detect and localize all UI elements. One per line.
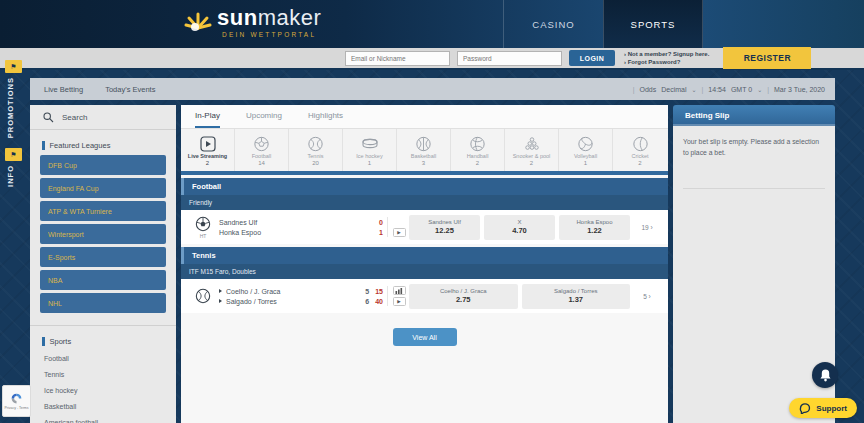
password-field[interactable] (457, 51, 562, 66)
info-flag-icon: ⚑ (5, 148, 22, 161)
league-header-friendly: Friendly (181, 195, 668, 210)
register-button[interactable]: REGISTER (723, 47, 811, 69)
filter-count: 2 (476, 160, 479, 166)
odds-draw-button[interactable]: X 4.70 (484, 215, 555, 240)
divider (30, 325, 176, 326)
sidebar-item-wintersport[interactable]: Wintersport (40, 224, 166, 244)
sidebar-item-ice-hockey[interactable]: Ice hockey (30, 387, 176, 394)
filter-cricket[interactable]: Cricket 2 (613, 129, 667, 171)
recaptcha-badge[interactable]: Privacy - Terms (2, 385, 31, 417)
scores: 0 1 (357, 219, 387, 236)
sub-nav-right: | Odds Decimal ⌄ | 14:54 GMT 0 ⌄ | Mar 3… (633, 86, 835, 93)
odds-player2-button[interactable]: Salgado / Torres 1.37 (522, 284, 631, 309)
sidebar-item-england-fa-cup[interactable]: England FA Cup (40, 178, 166, 198)
forgot-password-link[interactable]: › Forgot Password? (624, 58, 709, 66)
divider: | (767, 86, 769, 93)
sidebar-item-tennis[interactable]: Tennis (30, 371, 176, 378)
betting-slip-header[interactable]: Betting Slip (673, 105, 835, 126)
support-button[interactable]: Support (789, 398, 857, 418)
filter-label: Football (252, 153, 272, 159)
filter-volleyball[interactable]: Volleyball 1 (559, 129, 613, 171)
filter-handball[interactable]: Handball 2 (451, 129, 505, 171)
filter-basketball[interactable]: Basketball 3 (397, 129, 451, 171)
teams: Coelho / J. Graca Salgado / Torres (219, 288, 357, 305)
signup-link[interactable]: › Not a member? Signup here. (624, 50, 709, 58)
filter-football[interactable]: Football 14 (235, 129, 289, 171)
tennis-match-row[interactable]: Coelho / J. Graca Salgado / Torres 515 6… (181, 279, 668, 313)
p2-game-score: 40 (375, 298, 383, 305)
todays-events-link[interactable]: Today's Events (105, 85, 155, 94)
ice-hockey-icon (361, 136, 379, 152)
chevron-down-icon[interactable]: ⌄ (757, 86, 762, 93)
betting-slip-panel: Betting Slip Your bet slip is empty. Ple… (673, 105, 835, 423)
stats-icon[interactable] (393, 286, 406, 295)
live-stream-play-icon[interactable]: ▶ (393, 297, 406, 306)
p2-set-score: 6 (365, 298, 369, 305)
divider: | (633, 86, 635, 93)
filter-count: 2 (530, 160, 533, 166)
live-stream-play-icon[interactable]: ▶ (393, 228, 406, 237)
promotions-edge-tab[interactable]: ⚑ PROMOTIONS (0, 60, 24, 138)
odds-value: 12.25 (435, 226, 454, 235)
odds-value: 4.70 (512, 226, 527, 235)
section-header-football: Football (181, 178, 668, 195)
odds-label: Honka Espoo (576, 219, 612, 225)
sidebar-item-dfb-cup[interactable]: DFB Cup (40, 155, 166, 175)
sidebar-item-nhl[interactable]: NHL (40, 293, 166, 313)
main-content: In-Play Upcoming Highlights Live Streami… (181, 105, 668, 423)
sidebar-item-atp-wta[interactable]: ATP & WTA Turniere (40, 201, 166, 221)
timezone-select[interactable]: GMT 0 (731, 86, 752, 93)
odds-format-select[interactable]: Decimal (661, 86, 686, 93)
login-bar: LOGIN › Not a member? Signup here. › For… (0, 48, 864, 70)
filter-live-streaming[interactable]: Live Streaming 2 (181, 129, 235, 171)
tab-highlights[interactable]: Highlights (308, 105, 343, 128)
sidebar-item-esports[interactable]: E-Sports (40, 247, 166, 267)
brand-bold: sun (217, 5, 258, 30)
email-field[interactable] (345, 51, 450, 66)
filter-snooker[interactable]: Snooker & pool 2 (505, 129, 559, 171)
bell-icon (819, 368, 832, 382)
chevron-down-icon[interactable]: ⌄ (692, 86, 697, 93)
more-markets-link[interactable]: 5 › (632, 293, 662, 300)
view-all-button[interactable]: View All (393, 328, 457, 346)
match-clock: HT (200, 233, 207, 239)
tab-upcoming[interactable]: Upcoming (246, 105, 282, 128)
notifications-button[interactable] (812, 362, 838, 388)
sidebar-item-nba[interactable]: NBA (40, 270, 166, 290)
odds-value: 1.37 (568, 295, 583, 304)
search-input[interactable]: Search (30, 105, 176, 130)
accent-bar (42, 141, 45, 150)
logo-text: sunmaker DEIN WETTPORTAL (217, 6, 321, 38)
away-team-name: Honka Espoo (219, 229, 357, 236)
tab-casino[interactable]: CASINO (503, 0, 603, 48)
odds-away-button[interactable]: Honka Espoo 1.22 (559, 215, 630, 240)
login-button[interactable]: LOGIN (569, 50, 615, 66)
sidebar-item-football[interactable]: Football (30, 355, 176, 362)
support-label: Support (816, 404, 847, 413)
more-markets-link[interactable]: 19 › (632, 224, 662, 231)
home-team-name: Sandnes Ulf (219, 219, 357, 226)
tab-in-play[interactable]: In-Play (195, 105, 220, 128)
sport-filter-row: Live Streaming 2 Football 14 Tennis 20 (181, 129, 668, 175)
live-betting-link[interactable]: Live Betting (44, 85, 83, 94)
odds-player1-button[interactable]: Coelho / J. Graca 2.75 (409, 284, 518, 309)
football-match-row[interactable]: HT Sandnes Ulf Honka Espoo 0 1 ▶ ▶ (181, 210, 668, 244)
filter-label: Snooker & pool (513, 153, 551, 159)
odds-home-button[interactable]: Sandnes Ulf 12.25 (409, 215, 480, 240)
filter-tennis[interactable]: Tennis 20 (289, 129, 343, 171)
teams: Sandnes Ulf Honka Espoo (219, 219, 357, 236)
promotions-label: PROMOTIONS (6, 77, 15, 138)
sidebar-item-american-football[interactable]: American football (30, 419, 176, 423)
info-edge-tab[interactable]: ⚑ INFO (0, 148, 24, 187)
odds-label: Salgado / Torres (554, 288, 598, 294)
odds-label: Coelho / J. Graca (440, 288, 487, 294)
filter-ice-hockey[interactable]: Ice hockey 1 (343, 129, 397, 171)
search-placeholder: Search (62, 113, 87, 122)
filter-label: Handball (467, 153, 489, 159)
odds-value: 2.75 (456, 295, 471, 304)
sidebar-item-basketball[interactable]: Basketball (30, 403, 176, 410)
promotions-flag-icon: ⚑ (5, 60, 22, 73)
odds-group: Coelho / J. Graca 2.75 Salgado / Torres … (407, 284, 632, 309)
chat-bubble-icon (799, 403, 811, 414)
tab-sports[interactable]: SPORTS (603, 0, 703, 48)
